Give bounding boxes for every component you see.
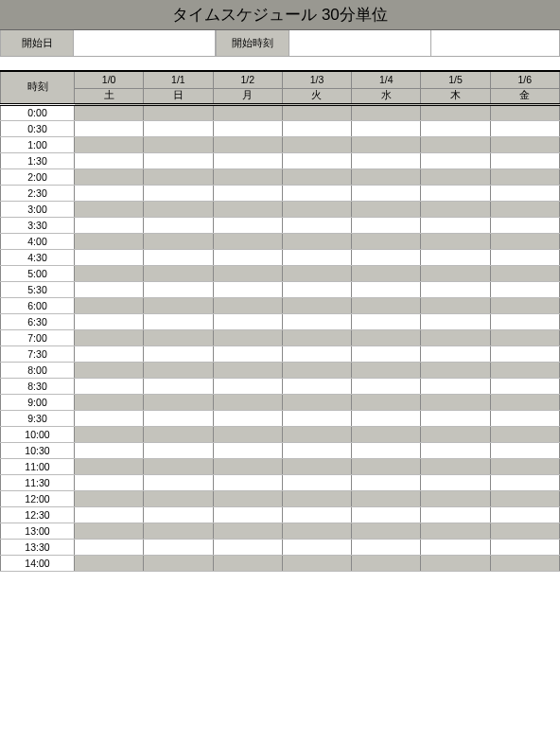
schedule-cell[interactable] — [421, 168, 490, 185]
schedule-cell[interactable] — [352, 313, 421, 329]
schedule-cell[interactable] — [421, 217, 490, 233]
schedule-cell[interactable] — [75, 297, 144, 313]
schedule-cell[interactable] — [213, 490, 282, 506]
schedule-cell[interactable] — [490, 265, 559, 281]
schedule-cell[interactable] — [75, 120, 144, 136]
schedule-cell[interactable] — [352, 281, 421, 297]
schedule-cell[interactable] — [352, 539, 421, 555]
schedule-cell[interactable] — [282, 506, 351, 523]
schedule-cell[interactable] — [282, 265, 351, 281]
schedule-cell[interactable] — [352, 490, 421, 506]
schedule-cell[interactable] — [421, 394, 490, 410]
schedule-cell[interactable] — [352, 426, 421, 442]
schedule-cell[interactable] — [213, 249, 282, 265]
schedule-cell[interactable] — [213, 201, 282, 217]
schedule-cell[interactable] — [75, 281, 144, 297]
schedule-cell[interactable] — [144, 345, 213, 362]
schedule-cell[interactable] — [144, 490, 213, 506]
schedule-cell[interactable] — [352, 104, 421, 120]
schedule-cell[interactable] — [144, 442, 213, 458]
schedule-cell[interactable] — [282, 313, 351, 329]
schedule-cell[interactable] — [282, 490, 351, 506]
schedule-cell[interactable] — [75, 539, 144, 555]
schedule-cell[interactable] — [282, 233, 351, 249]
schedule-cell[interactable] — [490, 104, 559, 120]
schedule-cell[interactable] — [282, 426, 351, 442]
schedule-cell[interactable] — [352, 410, 421, 426]
schedule-cell[interactable] — [490, 201, 559, 217]
start-time-field[interactable] — [289, 30, 431, 56]
schedule-cell[interactable] — [213, 120, 282, 136]
schedule-cell[interactable] — [282, 168, 351, 185]
schedule-cell[interactable] — [213, 265, 282, 281]
schedule-cell[interactable] — [421, 506, 490, 523]
schedule-cell[interactable] — [490, 249, 559, 265]
schedule-cell[interactable] — [352, 120, 421, 136]
schedule-cell[interactable] — [490, 539, 559, 555]
schedule-cell[interactable] — [144, 523, 213, 539]
schedule-cell[interactable] — [352, 442, 421, 458]
schedule-cell[interactable] — [282, 297, 351, 313]
schedule-cell[interactable] — [213, 539, 282, 555]
schedule-cell[interactable] — [282, 152, 351, 168]
schedule-cell[interactable] — [282, 329, 351, 345]
schedule-cell[interactable] — [213, 555, 282, 571]
schedule-cell[interactable] — [490, 136, 559, 152]
schedule-cell[interactable] — [282, 136, 351, 152]
schedule-cell[interactable] — [213, 152, 282, 168]
schedule-cell[interactable] — [144, 217, 213, 233]
schedule-cell[interactable] — [421, 136, 490, 152]
schedule-cell[interactable] — [421, 539, 490, 555]
schedule-cell[interactable] — [282, 104, 351, 120]
schedule-cell[interactable] — [282, 362, 351, 378]
schedule-cell[interactable] — [352, 233, 421, 249]
schedule-cell[interactable] — [213, 458, 282, 474]
schedule-cell[interactable] — [75, 233, 144, 249]
schedule-cell[interactable] — [352, 506, 421, 523]
schedule-cell[interactable] — [490, 523, 559, 539]
schedule-cell[interactable] — [282, 249, 351, 265]
schedule-cell[interactable] — [213, 394, 282, 410]
schedule-cell[interactable] — [75, 523, 144, 539]
schedule-cell[interactable] — [490, 152, 559, 168]
schedule-cell[interactable] — [490, 394, 559, 410]
schedule-cell[interactable] — [213, 410, 282, 426]
schedule-cell[interactable] — [282, 201, 351, 217]
schedule-cell[interactable] — [213, 362, 282, 378]
schedule-cell[interactable] — [421, 442, 490, 458]
schedule-cell[interactable] — [144, 249, 213, 265]
schedule-cell[interactable] — [213, 442, 282, 458]
schedule-cell[interactable] — [213, 313, 282, 329]
schedule-cell[interactable] — [490, 506, 559, 523]
schedule-cell[interactable] — [144, 474, 213, 490]
schedule-cell[interactable] — [421, 410, 490, 426]
schedule-cell[interactable] — [352, 555, 421, 571]
schedule-cell[interactable] — [352, 265, 421, 281]
schedule-cell[interactable] — [490, 345, 559, 362]
schedule-cell[interactable] — [352, 329, 421, 345]
schedule-cell[interactable] — [490, 442, 559, 458]
schedule-cell[interactable] — [213, 168, 282, 185]
schedule-cell[interactable] — [75, 329, 144, 345]
schedule-cell[interactable] — [282, 410, 351, 426]
schedule-cell[interactable] — [421, 426, 490, 442]
schedule-cell[interactable] — [75, 442, 144, 458]
schedule-cell[interactable] — [75, 217, 144, 233]
schedule-cell[interactable] — [490, 120, 559, 136]
schedule-cell[interactable] — [421, 474, 490, 490]
schedule-cell[interactable] — [144, 410, 213, 426]
schedule-cell[interactable] — [421, 345, 490, 362]
schedule-cell[interactable] — [282, 394, 351, 410]
schedule-cell[interactable] — [213, 233, 282, 249]
schedule-cell[interactable] — [75, 490, 144, 506]
schedule-cell[interactable] — [213, 345, 282, 362]
schedule-cell[interactable] — [75, 426, 144, 442]
schedule-cell[interactable] — [352, 249, 421, 265]
schedule-cell[interactable] — [75, 362, 144, 378]
schedule-cell[interactable] — [213, 426, 282, 442]
schedule-cell[interactable] — [490, 474, 559, 490]
schedule-cell[interactable] — [144, 362, 213, 378]
schedule-cell[interactable] — [144, 506, 213, 523]
schedule-cell[interactable] — [213, 217, 282, 233]
schedule-cell[interactable] — [490, 168, 559, 185]
